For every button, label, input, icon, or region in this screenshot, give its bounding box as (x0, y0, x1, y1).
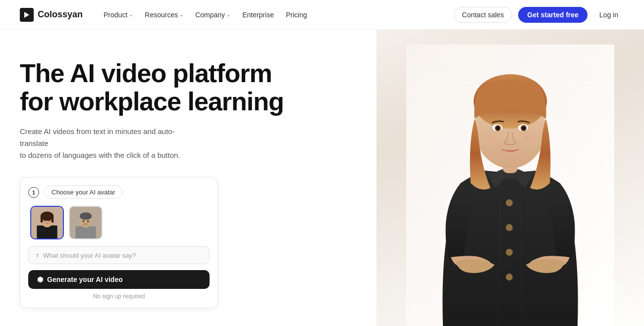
avatar-male-svg (70, 207, 102, 238)
svg-point-29 (496, 127, 499, 130)
nav-company-label: Company (195, 11, 225, 19)
navbar-left: Colossyan Product ⌄ Resources ⌄ Company … (20, 8, 312, 22)
svg-point-21 (506, 274, 513, 280)
no-signup-text: No sign up required (28, 293, 210, 300)
mic-icon: ↑ (36, 251, 39, 259)
svg-point-12 (80, 213, 92, 220)
contact-sales-button[interactable]: Contact sales (454, 7, 513, 23)
svg-point-32 (523, 135, 535, 142)
demo-step-label: 1 Choose your AI avatar (28, 186, 210, 199)
hero-avatar-area (376, 30, 644, 326)
svg-point-20 (506, 249, 513, 256)
hero-subtitle-line1: Create AI videos from text in minutes an… (20, 127, 175, 147)
avatars-row (28, 206, 210, 239)
logo[interactable]: Colossyan (20, 8, 83, 22)
svg-point-19 (506, 224, 513, 231)
svg-point-30 (522, 127, 525, 130)
svg-point-31 (485, 135, 497, 142)
hero-title-line1: The AI video platform (20, 59, 272, 88)
get-started-button[interactable]: Get started free (518, 7, 587, 23)
generate-btn-label: Generate your AI video (47, 276, 123, 283)
nav-enterprise[interactable]: Enterprise (237, 8, 279, 22)
nav-resources-label: Resources (145, 11, 178, 19)
svg-point-14 (87, 221, 89, 223)
logo-icon (20, 8, 34, 22)
hero-title: The AI video platform for workplace lear… (20, 59, 284, 116)
nav-company[interactable]: Company ⌄ (190, 8, 235, 22)
nav-product-label: Product (104, 11, 127, 19)
navbar: Colossyan Product ⌄ Resources ⌄ Company … (0, 0, 644, 30)
product-chevron-icon: ⌄ (129, 12, 133, 17)
resources-chevron-icon: ⌄ (179, 12, 183, 17)
step-number: 1 (28, 187, 39, 198)
login-button[interactable]: Log in (593, 7, 624, 22)
nav-links: Product ⌄ Resources ⌄ Company ⌄ Enterpri… (99, 8, 312, 22)
brand-name: Colossyan (38, 9, 83, 20)
svg-rect-2 (37, 226, 57, 238)
avatar-female-thumb[interactable] (30, 206, 64, 239)
svg-rect-10 (75, 227, 96, 238)
hero-left: The AI video platform for workplace lear… (20, 59, 284, 308)
demo-input-row[interactable]: ↑ What should your AI avatar say? (28, 246, 210, 264)
nav-pricing-label: Pricing (286, 11, 307, 19)
avatar-female-svg (31, 207, 63, 238)
svg-point-8 (49, 220, 50, 222)
nav-product[interactable]: Product ⌄ (99, 8, 138, 22)
company-chevron-icon: ⌄ (226, 12, 230, 17)
logo-svg-icon (23, 11, 31, 19)
hero-subtitle-line2: to dozens of languages with the click of… (20, 151, 180, 159)
nav-enterprise-label: Enterprise (242, 11, 274, 19)
svg-rect-5 (41, 215, 43, 223)
hero-avatar-visual (376, 30, 644, 326)
navbar-right: Contact sales Get started free Log in (454, 7, 624, 23)
svg-point-18 (506, 199, 513, 206)
demo-card: 1 Choose your AI avatar (20, 177, 218, 308)
hero-title-line2: for workplace learning (20, 87, 284, 116)
svg-point-13 (83, 221, 84, 223)
step-label-badge: Choose your AI avatar (44, 186, 123, 199)
demo-input-placeholder: What should your AI avatar say? (43, 252, 136, 259)
avatar-male-thumb[interactable] (69, 206, 103, 239)
generate-video-button[interactable]: ⬢ Generate your AI video (28, 270, 210, 289)
nav-resources[interactable]: Resources ⌄ (140, 8, 188, 22)
hero-subtitle: Create AI videos from text in minutes an… (20, 126, 198, 161)
hero-section: The AI video platform for workplace lear… (0, 30, 644, 326)
svg-marker-0 (24, 12, 29, 18)
hero-woman-figure (406, 45, 614, 326)
nav-pricing[interactable]: Pricing (281, 8, 312, 22)
svg-point-7 (44, 220, 46, 222)
generate-icon: ⬢ (37, 276, 43, 283)
svg-rect-6 (51, 215, 54, 223)
